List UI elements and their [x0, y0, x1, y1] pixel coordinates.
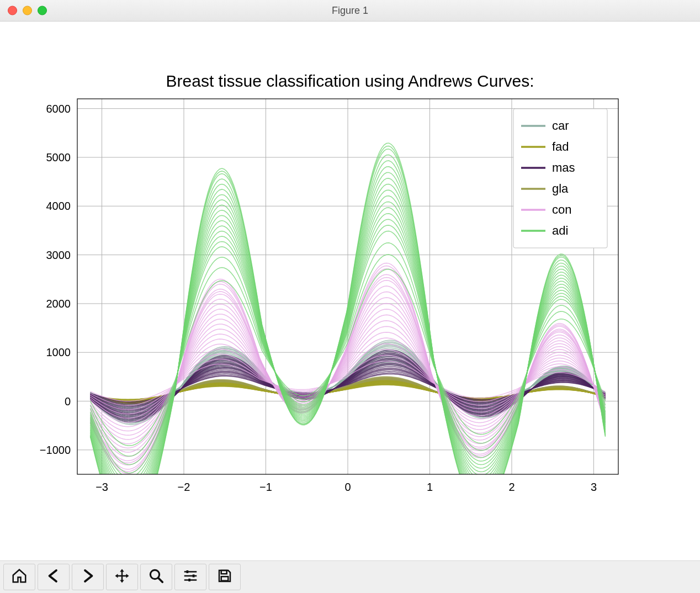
home-button[interactable] — [3, 564, 35, 590]
x-tick-label: −2 — [178, 481, 190, 493]
legend-label: con — [552, 203, 571, 216]
y-tick-label: 2000 — [46, 298, 71, 310]
y-tick-label: −1000 — [40, 444, 71, 456]
x-tick-label: −3 — [96, 481, 108, 493]
legend: carfadmasglaconadi — [513, 109, 607, 248]
legend-label: mas — [552, 161, 575, 174]
x-tick-label: 0 — [344, 481, 351, 493]
close-icon[interactable] — [8, 6, 17, 15]
legend-label: fad — [552, 140, 569, 153]
zoom-button[interactable] — [140, 564, 172, 590]
x-tick-label: 3 — [591, 481, 597, 493]
x-tick-label: −1 — [259, 481, 272, 493]
y-tick-label: 1000 — [46, 346, 71, 358]
svg-rect-31 — [188, 579, 190, 581]
legend-label: adi — [552, 224, 568, 237]
arrow-right-icon — [79, 568, 96, 586]
y-tick-label: 5000 — [46, 151, 71, 163]
legend-label: gla — [552, 182, 569, 195]
home-icon — [11, 568, 28, 586]
configure-button[interactable] — [174, 564, 206, 590]
y-tick-label: 4000 — [46, 200, 71, 212]
chart-svg: Breast tissue classification using Andre… — [0, 22, 700, 562]
title-bar: Figure 1 — [0, 0, 700, 22]
figure-area: Breast tissue classification using Andre… — [0, 22, 700, 560]
app-window: Figure 1 Breast tissue classification us… — [0, 0, 700, 593]
svg-rect-29 — [187, 570, 189, 573]
chart-title: Breast tissue classification using Andre… — [166, 72, 534, 90]
pan-button[interactable] — [106, 564, 138, 590]
y-tick-label: 6000 — [46, 103, 71, 115]
svg-rect-33 — [221, 576, 229, 581]
x-tick-label: 1 — [427, 481, 433, 493]
back-button[interactable] — [38, 564, 70, 590]
maximize-icon[interactable] — [38, 6, 47, 15]
svg-rect-32 — [221, 570, 227, 574]
sliders-icon — [182, 568, 199, 586]
save-button[interactable] — [209, 564, 241, 590]
legend-label: car — [552, 119, 569, 133]
svg-line-25 — [158, 578, 163, 583]
y-tick-label: 3000 — [46, 249, 71, 261]
save-icon — [216, 568, 233, 586]
minimize-icon[interactable] — [23, 6, 32, 15]
svg-rect-30 — [193, 575, 195, 578]
forward-button[interactable] — [72, 564, 104, 590]
magnifier-icon — [148, 568, 165, 586]
arrow-left-icon — [45, 568, 62, 586]
matplotlib-toolbar — [0, 560, 700, 593]
x-tick-label: 2 — [508, 481, 515, 493]
move-icon — [114, 568, 130, 586]
y-tick-label: 0 — [65, 395, 71, 407]
window-title: Figure 1 — [332, 5, 368, 17]
window-controls — [8, 6, 47, 15]
